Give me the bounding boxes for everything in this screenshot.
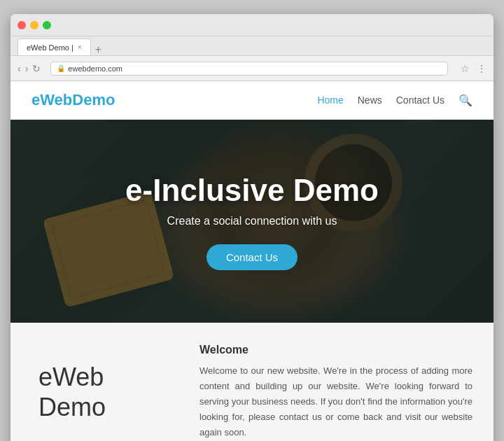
maximize-button[interactable] xyxy=(43,21,51,29)
lock-icon: 🔒 xyxy=(57,64,65,72)
welcome-body: Welcome to our new website. We're in the… xyxy=(200,363,472,440)
browser-titlebar xyxy=(10,14,493,36)
nav-link-news[interactable]: News xyxy=(358,94,382,106)
menu-icon[interactable]: ⋮ xyxy=(477,63,486,74)
search-icon[interactable]: 🔍 xyxy=(458,94,472,106)
back-button[interactable]: ‹ xyxy=(18,63,21,74)
hero-cta-button[interactable]: Contact Us xyxy=(206,244,298,270)
address-bar[interactable]: 🔒 ewebdemo.com xyxy=(50,62,448,76)
tab-bar: eWeb Demo | × + xyxy=(10,36,493,56)
nav-item-contact[interactable]: Contact Us xyxy=(396,94,444,106)
nav-link-home[interactable]: Home xyxy=(317,94,343,106)
url-text: ewebdemo.com xyxy=(68,64,122,73)
brand-line1: eWeb xyxy=(38,363,104,391)
brand-line2: Demo xyxy=(38,393,106,421)
new-tab-button[interactable]: + xyxy=(91,44,106,55)
hero-section: e-Inclusive Demo Create a social connect… xyxy=(10,120,493,323)
website-content: eWebDemo Home News Contact Us 🔍 xyxy=(10,81,493,441)
content-brand: eWeb Demo xyxy=(38,344,178,440)
tab-title: eWeb Demo | xyxy=(27,43,74,52)
content-text: Welcome Welcome to our new website. We'r… xyxy=(178,344,472,440)
nav-link-contact[interactable]: Contact Us xyxy=(396,94,444,106)
browser-window: eWeb Demo | × + ‹ › ↻ 🔒 ewebdemo.com ☆ ⋮… xyxy=(10,14,493,441)
logo-accent: e xyxy=(31,91,40,108)
nav-item-home[interactable]: Home xyxy=(317,94,343,106)
refresh-button[interactable]: ↻ xyxy=(32,63,41,74)
hero-content: e-Inclusive Demo Create a social connect… xyxy=(125,173,379,270)
bookmark-icon[interactable]: ☆ xyxy=(461,63,470,74)
nav-item-news[interactable]: News xyxy=(358,94,382,106)
browser-tab-active[interactable]: eWeb Demo | × xyxy=(18,38,91,55)
hero-title: e-Inclusive Demo xyxy=(125,173,379,208)
nav-search[interactable]: 🔍 xyxy=(458,94,472,107)
site-logo: eWebDemo xyxy=(31,91,115,109)
tab-close-icon[interactable]: × xyxy=(78,43,82,51)
welcome-heading: Welcome xyxy=(200,344,472,356)
logo-main: WebDemo xyxy=(40,91,115,108)
address-bar-row: ‹ › ↻ 🔒 ewebdemo.com ☆ ⋮ xyxy=(10,56,493,81)
minimize-button[interactable] xyxy=(30,21,38,29)
close-button[interactable] xyxy=(18,21,26,29)
hero-subtitle: Create a social connection with us xyxy=(125,215,379,227)
content-section: eWeb Demo Welcome Welcome to our new web… xyxy=(10,323,493,441)
forward-button[interactable]: › xyxy=(25,63,29,74)
nav-links: Home News Contact Us 🔍 xyxy=(317,94,472,107)
site-navbar: eWebDemo Home News Contact Us 🔍 xyxy=(10,81,493,120)
brand-text: eWeb Demo xyxy=(38,362,106,422)
